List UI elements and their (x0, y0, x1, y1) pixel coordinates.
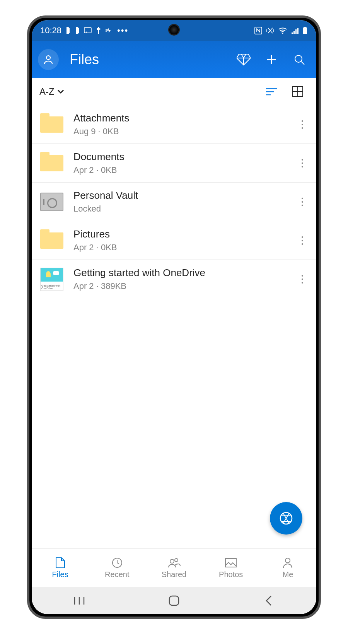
status-time: 10:28 (40, 26, 61, 36)
svg-point-10 (302, 120, 303, 122)
file-info: Attachments Aug 9 · 0KB (73, 112, 287, 137)
screen: 10:28 ••• (32, 20, 316, 614)
chevron-down-icon (57, 89, 65, 94)
sort-row: A-Z (32, 78, 316, 105)
file-info: Getting started with OneDrive Apr 2 · 38… (73, 267, 287, 291)
file-name: Pictures (73, 228, 287, 240)
file-more-button[interactable] (296, 159, 309, 168)
svg-rect-0 (84, 27, 91, 33)
file-meta: Apr 2 · 389KB (73, 281, 287, 291)
folder-icon (39, 230, 64, 251)
nav-photos[interactable]: Photos (203, 549, 259, 587)
more-vertical-icon (301, 197, 304, 207)
svg-rect-5 (303, 27, 307, 34)
volume-up-button (27, 118, 29, 153)
file-info: Pictures Apr 2 · 0KB (73, 228, 287, 253)
signal-icon (291, 27, 299, 34)
file-meta: Locked (73, 204, 287, 214)
svg-point-14 (302, 162, 303, 164)
file-list[interactable]: Attachments Aug 9 · 0KB Documents Apr 2 … (32, 105, 316, 548)
home-button[interactable] (151, 595, 197, 606)
page-title: Files (65, 51, 227, 68)
document-thumbnail: Get started with OneDrive (39, 268, 64, 290)
svg-point-13 (302, 159, 303, 161)
nav-recent[interactable]: Recent (89, 549, 145, 587)
more-vertical-icon (301, 120, 304, 129)
file-item-personal-vault[interactable]: Personal Vault Locked (32, 183, 316, 221)
home-icon (168, 595, 180, 606)
nav-label: Shared (162, 570, 187, 579)
search-icon (293, 53, 305, 66)
svg-point-22 (302, 275, 303, 277)
wifi-icon (278, 27, 287, 34)
svg-point-12 (302, 127, 303, 129)
scan-fab[interactable] (270, 502, 302, 535)
nav-label: Photos (219, 570, 243, 579)
grid-icon (292, 86, 303, 97)
recents-button[interactable] (56, 596, 102, 605)
file-item-documents[interactable]: Documents Apr 2 · 0KB (32, 144, 316, 183)
file-name: Attachments (73, 112, 287, 124)
vault-icon (39, 191, 64, 213)
vibrate-icon (266, 27, 275, 34)
svg-point-20 (302, 240, 303, 241)
status-left: 10:28 ••• (40, 26, 128, 36)
nav-label: Files (52, 570, 68, 579)
more-vertical-icon (301, 236, 304, 245)
usb-icon (96, 27, 102, 34)
svg-point-8 (295, 55, 302, 62)
nav-files[interactable]: Files (32, 549, 89, 587)
notification-icon-2 (75, 27, 80, 34)
charge-icon (106, 27, 113, 34)
device-frame: 10:28 ••• (27, 15, 321, 619)
svg-point-17 (302, 201, 303, 203)
file-more-button[interactable] (296, 275, 309, 284)
status-right (254, 27, 308, 34)
recents-icon (73, 596, 85, 605)
people-icon (167, 557, 181, 569)
svg-point-16 (302, 198, 303, 199)
file-more-button[interactable] (296, 236, 309, 245)
notification-icon-1 (65, 27, 71, 34)
svg-point-21 (302, 243, 303, 245)
nfc-icon (254, 27, 262, 34)
plus-icon (265, 53, 278, 66)
file-item-pictures[interactable]: Pictures Apr 2 · 0KB (32, 221, 316, 260)
svg-point-23 (302, 278, 303, 280)
filter-button[interactable] (261, 81, 282, 102)
bottom-nav: Files Recent Shared Photos (32, 548, 316, 587)
file-more-button[interactable] (296, 197, 309, 207)
nav-shared[interactable]: Shared (145, 549, 202, 587)
image-icon (224, 557, 238, 569)
nav-label: Recent (105, 570, 129, 579)
folder-icon (39, 114, 64, 135)
search-button[interactable] (288, 49, 310, 70)
front-camera (168, 24, 180, 36)
sort-dropdown[interactable]: A-Z (39, 86, 65, 97)
svg-point-7 (46, 56, 50, 60)
clock-icon (110, 557, 124, 569)
back-button[interactable] (246, 595, 292, 606)
view-grid-button[interactable] (287, 81, 309, 102)
battery-icon (302, 27, 308, 34)
file-info: Documents Apr 2 · 0KB (73, 151, 287, 175)
more-vertical-icon (301, 159, 304, 168)
file-more-button[interactable] (296, 120, 309, 129)
add-button[interactable] (261, 49, 282, 70)
svg-point-18 (302, 205, 303, 206)
person-icon (43, 54, 54, 65)
account-button[interactable] (38, 49, 59, 70)
filter-lines-icon (265, 87, 278, 96)
svg-point-15 (302, 166, 303, 167)
nav-me[interactable]: Me (259, 549, 316, 587)
svg-point-28 (175, 559, 178, 562)
cast-icon (84, 27, 92, 34)
premium-button[interactable] (233, 49, 254, 70)
file-item-getting-started[interactable]: Get started with OneDrive Getting starte… (32, 260, 316, 298)
diamond-icon (237, 53, 251, 66)
file-name: Personal Vault (73, 190, 287, 202)
more-notifications-icon: ••• (117, 26, 128, 36)
svg-point-1 (86, 32, 87, 33)
file-name: Documents (73, 151, 287, 163)
file-item-attachments[interactable]: Attachments Aug 9 · 0KB (32, 105, 316, 144)
